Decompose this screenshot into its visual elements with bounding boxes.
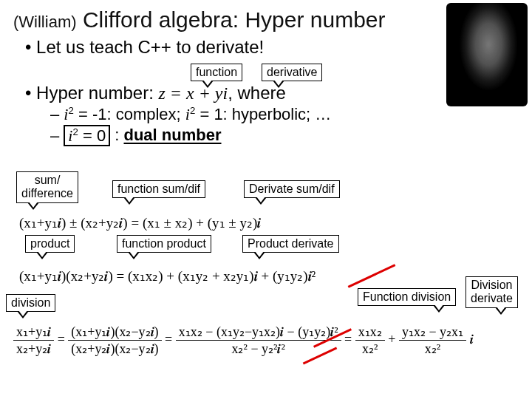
portrait-image bbox=[446, 3, 528, 106]
callout-prod-derivate: Product derivate bbox=[242, 235, 339, 253]
bullet-1: Let us teach C++ to derivate! bbox=[25, 37, 519, 58]
callout-deriv-sumdif: Derivate sum/dif bbox=[244, 180, 340, 198]
hyper-eq: z = x + yi bbox=[158, 83, 228, 103]
strike-prod bbox=[348, 264, 396, 287]
callout-derivative: derivative bbox=[262, 64, 322, 81]
callout-div-derivate: Division derivate bbox=[466, 276, 518, 308]
title-main: Clifford algebra: Hyper number bbox=[83, 7, 386, 32]
sub-2: i2 = 0 : dual number bbox=[50, 126, 519, 145]
equation-division: x₁+y₁𝒊x₂+y₂𝒊 = (x₁+y₁𝒊)(x₂−y₂𝒊)(x₂+y₂𝒊)(… bbox=[13, 324, 474, 357]
callout-func-sumdif: function sum/dif bbox=[112, 180, 205, 198]
main-bullets: Let us teach C++ to derivate! bbox=[25, 37, 519, 58]
callout-func-division: Function division bbox=[358, 288, 456, 306]
callout-product: product bbox=[25, 235, 75, 253]
equation-sum: (x₁+y₁𝒊) ± (x₂+y₂𝒊) = (x₁ ± x₂) + (y₁ ± … bbox=[19, 214, 261, 231]
callout-sumdiff: sum/ difference bbox=[16, 171, 78, 203]
callout-func-product: function product bbox=[117, 235, 211, 253]
main-bullets-2: Hyper number: z = x + yi, where i2 = -1:… bbox=[25, 83, 519, 146]
title-prefix: (William) bbox=[13, 13, 77, 31]
equation-product: (x₁+y₁𝒊)(x₂+y₂𝒊) = (x₁x₂) + (x₁y₂ + x₂y₁… bbox=[19, 267, 316, 284]
sub-bullets: i2 = -1: complex; i2 = 1: hyperbolic; … … bbox=[50, 105, 519, 146]
sub-1: i2 = -1: complex; i2 = 1: hyperbolic; … bbox=[50, 105, 519, 124]
slide-title: (William) Clifford algebra: Hyper number bbox=[13, 7, 519, 33]
callout-function: function bbox=[191, 64, 242, 81]
callout-division: division bbox=[6, 294, 55, 312]
bullet-2: Hyper number: z = x + yi, where i2 = -1:… bbox=[25, 83, 519, 146]
